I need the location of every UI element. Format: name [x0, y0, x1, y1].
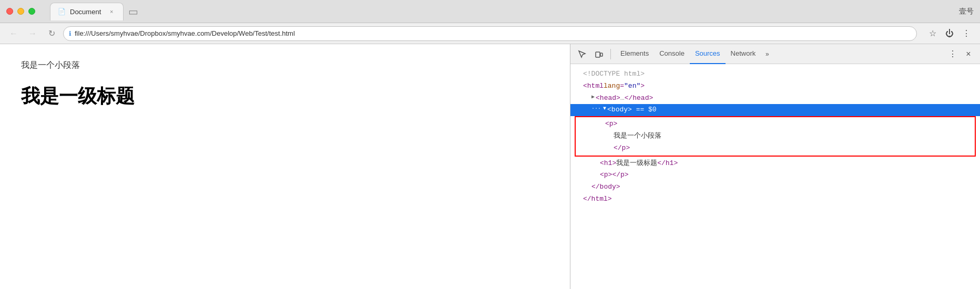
url-text: file:///Users/smyhvae/Dropbox/smyhvae.co… — [75, 29, 295, 37]
devtools-panel: Elements Console Sources Network » ⋮ × — [570, 44, 980, 289]
body-expand-arrow[interactable]: ▼ — [603, 105, 606, 113]
html-body-selected-line[interactable]: ··· ▼ <body> == $0 — [570, 104, 980, 116]
devtools-right-buttons: ⋮ × — [945, 47, 976, 61]
html-body-close-line[interactable]: </body> — [570, 181, 980, 193]
toolbar-separator — [610, 49, 611, 59]
back-button[interactable]: ← — [6, 26, 21, 41]
browser-window: 📄 Document × ▭ 壹号 ← → ↻ ℹ file:///Users/… — [0, 0, 980, 289]
fullscreen-traffic-light[interactable] — [28, 8, 35, 15]
browser-title: 壹号 — [959, 7, 974, 16]
page-heading: 我是一级标题 — [21, 84, 549, 109]
minimize-traffic-light[interactable] — [17, 8, 24, 15]
html-html-close-line[interactable]: </html> — [570, 193, 980, 205]
new-tab-button[interactable]: ▭ — [126, 4, 140, 19]
body-dots: ··· — [591, 105, 601, 113]
element-picker-button[interactable] — [575, 47, 589, 61]
browser-menu-button[interactable]: ⋮ — [959, 26, 974, 41]
title-bar: 📄 Document × ▭ 壹号 — [0, 0, 980, 23]
p-close-tag: </p> — [614, 143, 630, 154]
devtools-toolbar: Elements Console Sources Network » ⋮ × — [570, 44, 980, 64]
html-p-close-line[interactable]: </p> — [576, 142, 975, 154]
html-p-open-line[interactable]: <p> — [576, 118, 975, 130]
html-head-line[interactable]: ▶ <head> … </head> — [570, 92, 980, 105]
tab-label: Document — [70, 8, 101, 16]
html-h1-line[interactable]: <h1> 我是一级标题 </h1> — [570, 158, 980, 170]
html-doctype-line: <!DOCTYPE html> — [570, 68, 980, 80]
html-close-tag: </html> — [583, 194, 612, 205]
body-tag-open: <body> == $0 — [607, 105, 657, 116]
svg-rect-0 — [596, 52, 600, 57]
main-area: 我是一个小段落 我是一级标题 — [0, 44, 980, 289]
highlighted-element-box: <p> 我是一个小段落 </p> — [575, 116, 976, 156]
html-html-open-line[interactable]: <html lang = "en" > — [570, 80, 980, 92]
reload-button[interactable]: ↻ — [44, 26, 59, 41]
forward-button[interactable]: → — [25, 26, 40, 41]
html-p-empty-line[interactable]: <p></p> — [570, 169, 980, 181]
lang-attr-value: "en" — [624, 81, 640, 92]
tab-network[interactable]: Network — [726, 44, 761, 64]
close-traffic-light[interactable] — [6, 8, 13, 15]
svg-rect-1 — [600, 53, 603, 56]
nav-bar: ← → ↻ ℹ file:///Users/smyhvae/Dropbox/sm… — [0, 23, 980, 44]
devtools-close-button[interactable]: × — [961, 47, 976, 61]
power-button[interactable]: ⏻ — [942, 26, 957, 41]
lock-icon: ℹ — [69, 30, 72, 37]
body-close-tag: </body> — [591, 182, 620, 193]
html-open-tag: <html — [583, 81, 604, 92]
devtools-tabs: Elements Console Sources Network » — [615, 44, 943, 64]
p-text-content: 我是一个小段落 — [614, 131, 661, 142]
page-paragraph: 我是一个小段落 — [21, 60, 549, 71]
tab-elements[interactable]: Elements — [615, 44, 654, 64]
more-tabs-button[interactable]: » — [761, 47, 773, 61]
doctype-text: <!DOCTYPE html> — [583, 69, 645, 80]
tab-console[interactable]: Console — [654, 44, 690, 64]
p-open-tag: <p> — [605, 119, 617, 130]
tab-sources[interactable]: Sources — [690, 44, 726, 64]
tab-document-icon: 📄 — [58, 8, 66, 15]
nav-right-buttons: ☆ ⏻ ⋮ — [925, 26, 974, 41]
active-tab[interactable]: 📄 Document × — [50, 3, 124, 20]
head-expand-arrow[interactable]: ▶ — [591, 93, 595, 101]
device-toolbar-button[interactable] — [591, 47, 606, 61]
html-p-text-line: 我是一个小段落 — [576, 130, 975, 142]
page-content: 我是一个小段落 我是一级标题 — [0, 44, 570, 289]
bookmark-button[interactable]: ☆ — [925, 26, 940, 41]
tab-bar: 📄 Document × ▭ — [50, 3, 955, 20]
lang-attr-name: lang — [604, 81, 620, 92]
devtools-menu-button[interactable]: ⋮ — [945, 47, 960, 61]
address-bar[interactable]: ℹ file:///Users/smyhvae/Dropbox/smyhvae.… — [63, 26, 917, 41]
tab-close-button[interactable]: × — [107, 7, 116, 16]
devtools-html-content: <!DOCTYPE html> <html lang = "en" > ▶ <h… — [570, 64, 980, 289]
traffic-lights — [6, 8, 35, 15]
